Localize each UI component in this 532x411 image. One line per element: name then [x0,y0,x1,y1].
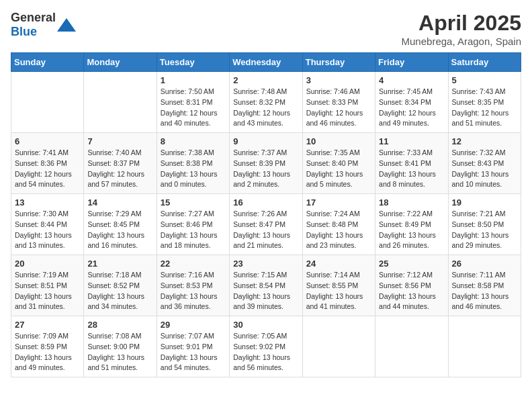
day-info: Sunrise: 7:29 AM Sunset: 8:45 PM Dayligh… [87,209,152,251]
calendar-cell: 22Sunrise: 7:16 AM Sunset: 8:53 PM Dayli… [157,255,229,316]
calendar-cell: 24Sunrise: 7:14 AM Sunset: 8:55 PM Dayli… [302,255,375,316]
day-number: 22 [161,259,226,269]
day-info: Sunrise: 7:32 AM Sunset: 8:43 PM Dayligh… [452,148,517,190]
calendar-cell: 16Sunrise: 7:26 AM Sunset: 8:47 PM Dayli… [230,194,302,255]
day-number: 18 [379,197,444,208]
day-number: 8 [161,136,226,146]
day-info: Sunrise: 7:48 AM Sunset: 8:32 PM Dayligh… [233,87,298,129]
calendar-cell: 15Sunrise: 7:27 AM Sunset: 8:46 PM Dayli… [157,194,229,255]
logo-text: General Blue [11,11,56,39]
month-title: April 2025 [402,11,521,36]
day-info: Sunrise: 7:30 AM Sunset: 8:44 PM Dayligh… [15,209,80,251]
day-number: 21 [87,259,152,269]
svg-marker-0 [57,18,76,32]
calendar-cell: 25Sunrise: 7:12 AM Sunset: 8:56 PM Dayli… [375,255,448,316]
calendar-cell: 20Sunrise: 7:19 AM Sunset: 8:51 PM Dayli… [11,255,84,316]
day-info: Sunrise: 7:33 AM Sunset: 8:41 PM Dayligh… [379,148,444,190]
calendar-cell: 13Sunrise: 7:30 AM Sunset: 8:44 PM Dayli… [11,194,84,255]
day-number: 11 [379,136,444,146]
page-header: General Blue April 2025 Munebrega, Arago… [11,11,521,47]
calendar-cell [448,316,521,377]
calendar-cell: 9Sunrise: 7:37 AM Sunset: 8:39 PM Daylig… [230,133,302,194]
location-title: Munebrega, Aragon, Spain [402,36,521,47]
calendar-week-0: 1Sunrise: 7:50 AM Sunset: 8:31 PM Daylig… [11,72,521,133]
calendar-cell: 18Sunrise: 7:22 AM Sunset: 8:49 PM Dayli… [375,194,448,255]
day-number: 19 [452,197,517,208]
logo-blue: Blue [11,25,37,38]
day-header-friday: Friday [375,53,448,72]
day-number: 1 [161,75,226,85]
calendar-cell: 6Sunrise: 7:41 AM Sunset: 8:36 PM Daylig… [11,133,84,194]
calendar-cell: 28Sunrise: 7:08 AM Sunset: 9:00 PM Dayli… [84,316,157,377]
calendar-cell: 23Sunrise: 7:15 AM Sunset: 8:54 PM Dayli… [230,255,302,316]
day-number: 6 [15,136,80,146]
calendar-cell [375,316,448,377]
day-header-sunday: Sunday [11,53,84,72]
calendar-cell: 2Sunrise: 7:48 AM Sunset: 8:32 PM Daylig… [230,72,302,133]
calendar-header-row: SundayMondayTuesdayWednesdayThursdayFrid… [11,53,521,72]
day-number: 24 [306,259,371,269]
day-header-saturday: Saturday [448,53,521,72]
day-number: 5 [452,75,517,85]
day-header-wednesday: Wednesday [230,53,302,72]
day-info: Sunrise: 7:38 AM Sunset: 8:38 PM Dayligh… [161,148,226,190]
day-number: 30 [233,320,298,330]
day-number: 12 [452,136,517,146]
day-info: Sunrise: 7:18 AM Sunset: 8:52 PM Dayligh… [87,270,152,312]
day-info: Sunrise: 7:37 AM Sunset: 8:39 PM Dayligh… [233,148,298,190]
day-number: 9 [233,136,298,146]
day-number: 28 [87,320,152,330]
day-number: 16 [233,197,298,208]
calendar-table: SundayMondayTuesdayWednesdayThursdayFrid… [11,52,521,377]
day-info: Sunrise: 7:12 AM Sunset: 8:56 PM Dayligh… [379,270,444,312]
day-info: Sunrise: 7:19 AM Sunset: 8:51 PM Dayligh… [15,270,80,312]
day-info: Sunrise: 7:43 AM Sunset: 8:35 PM Dayligh… [452,87,517,129]
day-number: 26 [452,259,517,269]
day-number: 20 [15,259,80,269]
calendar-cell: 1Sunrise: 7:50 AM Sunset: 8:31 PM Daylig… [157,72,229,133]
day-number: 27 [15,320,80,330]
day-info: Sunrise: 7:27 AM Sunset: 8:46 PM Dayligh… [161,209,226,251]
day-number: 2 [233,75,298,85]
calendar-cell: 21Sunrise: 7:18 AM Sunset: 8:52 PM Dayli… [84,255,157,316]
calendar-cell: 27Sunrise: 7:09 AM Sunset: 8:59 PM Dayli… [11,316,84,377]
day-info: Sunrise: 7:09 AM Sunset: 8:59 PM Dayligh… [15,331,80,373]
day-info: Sunrise: 7:21 AM Sunset: 8:50 PM Dayligh… [452,209,517,251]
day-info: Sunrise: 7:50 AM Sunset: 8:31 PM Dayligh… [161,87,226,129]
day-info: Sunrise: 7:15 AM Sunset: 8:54 PM Dayligh… [233,270,298,312]
day-info: Sunrise: 7:41 AM Sunset: 8:36 PM Dayligh… [15,148,80,190]
day-info: Sunrise: 7:05 AM Sunset: 9:02 PM Dayligh… [233,331,298,373]
calendar-cell: 30Sunrise: 7:05 AM Sunset: 9:02 PM Dayli… [230,316,302,377]
calendar-cell: 12Sunrise: 7:32 AM Sunset: 8:43 PM Dayli… [448,133,521,194]
day-number: 4 [379,75,444,85]
day-info: Sunrise: 7:22 AM Sunset: 8:49 PM Dayligh… [379,209,444,251]
day-header-monday: Monday [84,53,157,72]
day-info: Sunrise: 7:45 AM Sunset: 8:34 PM Dayligh… [379,87,444,129]
day-header-thursday: Thursday [302,53,375,72]
day-number: 15 [161,197,226,208]
calendar-cell: 8Sunrise: 7:38 AM Sunset: 8:38 PM Daylig… [157,133,229,194]
calendar-cell: 10Sunrise: 7:35 AM Sunset: 8:40 PM Dayli… [302,133,375,194]
calendar-cell: 29Sunrise: 7:07 AM Sunset: 9:01 PM Dayli… [157,316,229,377]
day-info: Sunrise: 7:40 AM Sunset: 8:37 PM Dayligh… [87,148,152,190]
calendar-week-4: 27Sunrise: 7:09 AM Sunset: 8:59 PM Dayli… [11,316,521,377]
day-info: Sunrise: 7:11 AM Sunset: 8:58 PM Dayligh… [452,270,517,312]
day-number: 23 [233,259,298,269]
calendar-week-2: 13Sunrise: 7:30 AM Sunset: 8:44 PM Dayli… [11,194,521,255]
day-info: Sunrise: 7:26 AM Sunset: 8:47 PM Dayligh… [233,209,298,251]
calendar-week-3: 20Sunrise: 7:19 AM Sunset: 8:51 PM Dayli… [11,255,521,316]
calendar-cell: 19Sunrise: 7:21 AM Sunset: 8:50 PM Dayli… [448,194,521,255]
calendar-cell: 5Sunrise: 7:43 AM Sunset: 8:35 PM Daylig… [448,72,521,133]
day-header-tuesday: Tuesday [157,53,229,72]
day-info: Sunrise: 7:24 AM Sunset: 8:48 PM Dayligh… [306,209,371,251]
day-number: 14 [87,197,152,208]
logo: General Blue [11,11,76,39]
day-info: Sunrise: 7:46 AM Sunset: 8:33 PM Dayligh… [306,87,371,129]
calendar-week-1: 6Sunrise: 7:41 AM Sunset: 8:36 PM Daylig… [11,133,521,194]
day-number: 10 [306,136,371,146]
logo-general: General [11,11,56,24]
calendar-cell: 14Sunrise: 7:29 AM Sunset: 8:45 PM Dayli… [84,194,157,255]
day-number: 13 [15,197,80,208]
calendar-cell: 7Sunrise: 7:40 AM Sunset: 8:37 PM Daylig… [84,133,157,194]
calendar-cell: 26Sunrise: 7:11 AM Sunset: 8:58 PM Dayli… [448,255,521,316]
